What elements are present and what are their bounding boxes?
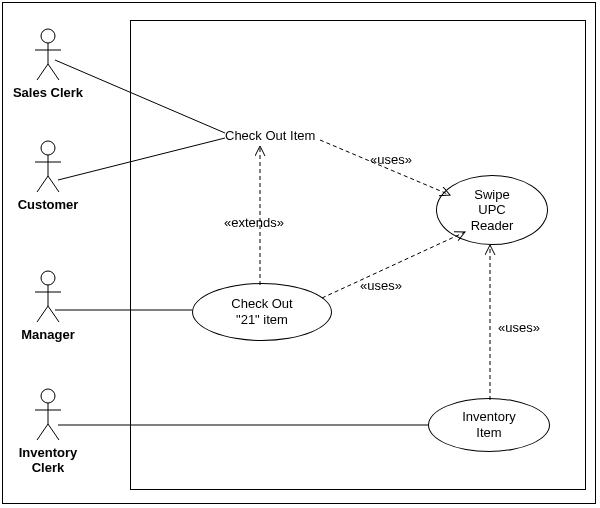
svg-line-13 xyxy=(37,306,48,322)
actor-label: Customer xyxy=(8,197,88,212)
label-uses-2: «uses» xyxy=(360,278,402,293)
svg-line-9 xyxy=(48,176,59,192)
usecase-check-out-21: Check Out "21" item xyxy=(192,283,332,341)
usecase-swipe-upc: Swipe UPC Reader xyxy=(436,175,548,245)
person-icon xyxy=(31,140,65,195)
label-extends: «extends» xyxy=(224,215,284,230)
svg-line-14 xyxy=(48,306,59,322)
usecase-check-out-item: Check Out Item xyxy=(225,128,315,143)
svg-line-8 xyxy=(37,176,48,192)
actor-label: Manager xyxy=(8,327,88,342)
svg-point-10 xyxy=(41,271,55,285)
actor-label: Sales Clerk xyxy=(8,85,88,100)
diagram-canvas: Check Out Item --> Swipe UPC Reader --> … xyxy=(0,0,600,508)
svg-line-18 xyxy=(37,424,48,440)
usecase-inventory-item: Inventory Item xyxy=(428,398,550,452)
svg-line-4 xyxy=(48,64,59,80)
actor-sales-clerk: Sales Clerk xyxy=(8,28,88,100)
person-icon xyxy=(31,28,65,83)
actor-customer: Customer xyxy=(8,140,88,212)
svg-point-5 xyxy=(41,141,55,155)
svg-line-3 xyxy=(37,64,48,80)
actor-label: Inventory Clerk xyxy=(8,445,88,475)
person-icon xyxy=(31,270,65,325)
actor-manager: Manager xyxy=(8,270,88,342)
svg-line-19 xyxy=(48,424,59,440)
person-icon xyxy=(31,388,65,443)
svg-point-15 xyxy=(41,389,55,403)
actor-inventory-clerk: Inventory Clerk xyxy=(8,388,88,475)
label-uses-3: «uses» xyxy=(498,320,540,335)
svg-point-0 xyxy=(41,29,55,43)
label-uses-1: «uses» xyxy=(370,152,412,167)
